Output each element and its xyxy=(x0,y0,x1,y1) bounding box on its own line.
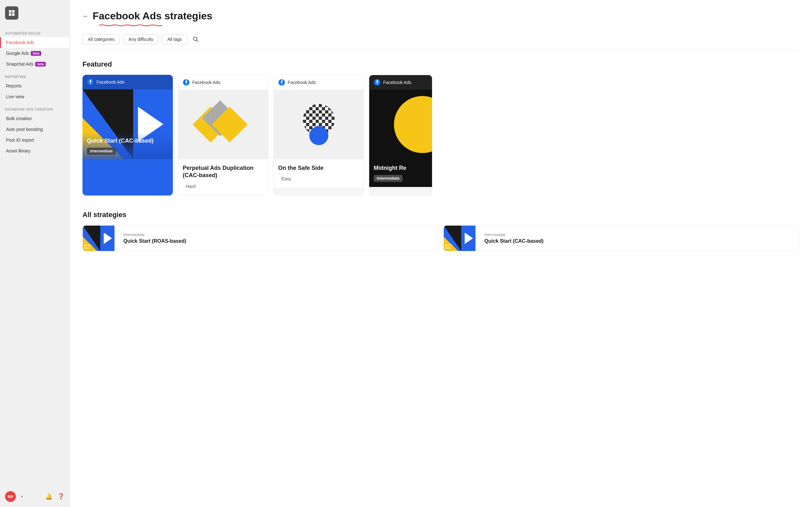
svg-line-5 xyxy=(197,40,198,42)
avatar-dropdown-icon[interactable]: ▾ xyxy=(21,494,23,499)
snapchat-ads-badge: beta xyxy=(35,62,46,66)
facebook-icon xyxy=(374,79,380,86)
featured-section-title: Featured xyxy=(83,60,799,68)
card-3-body: On the Safe Side Easy xyxy=(274,159,363,187)
sidebar-item-live-view[interactable]: Live view xyxy=(0,91,69,102)
blue-circle xyxy=(309,126,328,145)
card-1-header: Facebook Ads xyxy=(83,75,173,89)
filters-bar: All categories Any difficulty All tags xyxy=(83,34,799,50)
card-2-header: Facebook Ads xyxy=(178,75,268,90)
featured-card-3[interactable]: Facebook Ads On the Safe Side Easy xyxy=(273,75,364,195)
facebook-icon xyxy=(183,79,190,86)
back-button[interactable]: ← xyxy=(83,12,89,20)
sidebar-item-label: Asset library xyxy=(6,148,31,153)
sidebar-item-post-id-export[interactable]: Post ID export xyxy=(0,135,69,146)
sidebar-logo xyxy=(0,0,69,26)
svg-rect-2 xyxy=(9,13,11,16)
featured-card-1[interactable]: Facebook Ads Quick Start (CAC-based) Int… xyxy=(83,75,173,195)
all-strategies-grid: QuickStart Intermediate Quick Start (ROA… xyxy=(83,225,799,251)
sidebar-item-snapchat-ads[interactable]: Snapchat Ads beta xyxy=(0,59,69,69)
sidebar-item-label: Post ID export xyxy=(6,137,34,143)
card-2-platform: Facebook Ads xyxy=(192,80,220,85)
svg-rect-1 xyxy=(12,10,14,13)
sidebar-item-facebook-ads[interactable]: Facebook Ads xyxy=(0,37,69,48)
card-1-badge: Intermediate xyxy=(87,148,116,155)
card-2-title: Perpetual Ads Duplication (CAC-based) xyxy=(183,164,264,179)
card-3-platform: Facebook Ads xyxy=(288,80,316,85)
list-card-2-difficulty: Intermediate xyxy=(484,233,544,237)
svg-rect-3 xyxy=(12,13,14,16)
google-ads-badge: beta xyxy=(31,51,41,56)
title-underline-decoration xyxy=(99,24,162,26)
card-4-title: Midnight Re xyxy=(374,164,427,172)
user-avatar[interactable]: RP xyxy=(5,491,16,502)
featured-card-2[interactable]: Facebook Ads Perpetual Ads Duplication (… xyxy=(178,75,268,195)
sidebar-item-label: Reports xyxy=(6,83,21,89)
thumb-1-arrow xyxy=(104,233,112,244)
featured-cards-row: Facebook Ads Quick Start (CAC-based) Int… xyxy=(83,75,799,195)
sidebar-section-fb-ads-creation: FACEBOOK ADS CREATION xyxy=(0,102,69,113)
app-logo-icon[interactable] xyxy=(5,6,18,20)
sidebar-item-label: Facebook Ads xyxy=(6,40,34,45)
thumb-2-label: QuickStart xyxy=(445,244,452,250)
sidebar-item-google-ads[interactable]: Google Ads beta xyxy=(0,48,69,59)
sidebar-section-automated-rules: AUTOMATED RULES xyxy=(0,26,69,37)
card-4-header: Facebook Ads xyxy=(369,75,432,90)
facebook-icon xyxy=(278,79,285,86)
card-3-difficulty: Easy xyxy=(278,175,294,182)
sidebar-item-label: Google Ads xyxy=(6,51,29,56)
list-card-1-info: Intermediate Quick Start (ROAS-based) xyxy=(119,229,191,248)
sidebar-item-reports[interactable]: Reports xyxy=(0,80,69,91)
list-card-1-difficulty: Intermediate xyxy=(123,233,186,237)
card-1-overlay: Quick Start (CAC-based) Intermediate xyxy=(83,133,173,159)
sidebar: AUTOMATED RULES Facebook Ads Google Ads … xyxy=(0,0,70,507)
card-2-body: Perpetual Ads Duplication (CAC-based) Ha… xyxy=(178,159,268,195)
sidebar-item-asset-library[interactable]: Asset library xyxy=(0,146,69,156)
list-card-2[interactable]: QuickStart Intermediate Quick Start (CAC… xyxy=(444,225,799,251)
sidebar-section-reporting: REPORTING xyxy=(0,69,69,80)
card-3-visual xyxy=(274,90,363,159)
card-4-visual xyxy=(369,90,432,159)
list-card-2-thumbnail: QuickStart xyxy=(444,226,475,251)
card-3-header: Facebook Ads xyxy=(274,75,363,90)
card-2-difficulty: Hard xyxy=(183,182,199,190)
filter-all-tags[interactable]: All tags xyxy=(162,34,187,44)
sidebar-item-bulk-creation[interactable]: Bulk creation xyxy=(0,113,69,124)
sidebar-item-label: Snapchat Ads xyxy=(6,61,33,66)
checker-circle-container xyxy=(300,104,338,145)
search-button[interactable] xyxy=(190,34,201,45)
diamonds-container xyxy=(198,106,249,144)
sidebar-item-label: Auto post boosting xyxy=(6,127,43,132)
list-card-1-thumbnail: QuickStart xyxy=(83,226,114,251)
thumb-2-arrow xyxy=(465,233,473,244)
sidebar-item-label: Live view xyxy=(6,94,24,99)
main-content: ← Facebook Ads strategies All categories… xyxy=(70,0,812,507)
search-icon xyxy=(193,37,199,42)
card-2-visual xyxy=(178,90,268,159)
list-card-2-info: Intermediate Quick Start (CAC-based) xyxy=(480,229,548,248)
list-card-1-title: Quick Start (ROAS-based) xyxy=(123,238,186,244)
page-title: Facebook Ads strategies xyxy=(93,10,212,22)
sidebar-item-auto-post-boosting[interactable]: Auto post boosting xyxy=(0,124,69,135)
list-card-1[interactable]: QuickStart Intermediate Quick Start (ROA… xyxy=(83,225,438,251)
sidebar-footer: RP ▾ 🔔 ❓ xyxy=(0,486,69,507)
card-3-title: On the Safe Side xyxy=(278,164,359,172)
card-1-visual: Quick Start (CAC-based) Intermediate xyxy=(83,89,173,159)
page-header: ← Facebook Ads strategies xyxy=(83,10,799,22)
card-4-platform: Facebook Ads xyxy=(383,80,411,85)
card-1-title: Quick Start (CAC-based) xyxy=(87,137,168,145)
card-1-platform: Facebook Ads xyxy=(96,79,125,84)
sidebar-item-label: Bulk creation xyxy=(6,116,32,121)
sidebar-bottom-icons: 🔔 ❓ xyxy=(45,493,64,500)
filter-all-categories[interactable]: All categories xyxy=(83,34,120,44)
help-icon[interactable]: ❓ xyxy=(57,493,64,500)
thumb-1-label: QuickStart xyxy=(84,244,91,250)
svg-rect-0 xyxy=(9,10,11,13)
facebook-icon xyxy=(87,78,94,86)
all-strategies-section-title: All strategies xyxy=(83,211,799,219)
card-4-badge: Intermediate xyxy=(374,175,403,182)
notifications-icon[interactable]: 🔔 xyxy=(45,493,52,500)
featured-card-4[interactable]: Facebook Ads Midnight Re Intermediate xyxy=(369,75,432,195)
yellow-circle-partial xyxy=(394,96,432,153)
filter-any-difficulty[interactable]: Any difficulty xyxy=(123,34,159,44)
